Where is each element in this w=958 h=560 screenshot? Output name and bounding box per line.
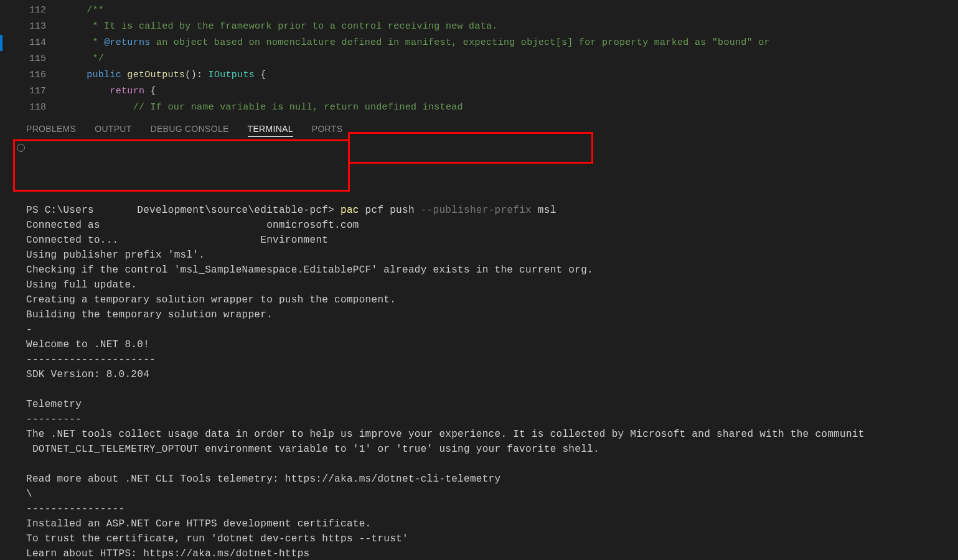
code-line[interactable]: * It is called by the framework prior to… [63, 19, 958, 35]
line-number: 116 [0, 67, 63, 83]
code-line[interactable]: /** [63, 2, 958, 19]
line-number-gutter: 112113114115116117118 [0, 0, 63, 116]
tab-terminal[interactable]: TERMINAL [248, 124, 293, 137]
annotation-box-1 [13, 139, 350, 192]
terminal-output-body: Using publisher prefix 'msl'. Checking i… [26, 250, 865, 559]
code-line[interactable]: */ [63, 51, 958, 67]
tab-problems[interactable]: PROBLEMS [26, 124, 76, 137]
terminal-cmd-arg: msl [532, 205, 556, 216]
code-content[interactable]: /** * It is called by the framework prio… [63, 0, 958, 116]
terminal-line-connected-as: Connected as onmicrosoft.com [26, 220, 359, 231]
tab-output[interactable]: OUTPUT [95, 124, 131, 137]
code-line[interactable]: public getOutputs(): IOutputs { [63, 67, 958, 83]
terminal-line-connected-to: Connected to... Environment [26, 235, 328, 246]
line-number: 114 [0, 35, 63, 51]
line-number: 112 [0, 2, 63, 19]
tab-ports[interactable]: PORTS [312, 124, 342, 137]
code-line[interactable]: return { [63, 83, 958, 100]
terminal-cmd-pac: pac [340, 205, 359, 216]
code-line[interactable]: * @returns an object based on nomenclatu… [63, 35, 958, 51]
shell-indicator-icon [17, 144, 25, 152]
terminal-panel[interactable]: PS C:\Users Development\source\editable-… [0, 141, 958, 560]
terminal-prompt: PS C:\Users Development\source\editable-… [26, 205, 340, 216]
line-number: 118 [0, 100, 63, 116]
code-editor[interactable]: 112113114115116117118 /** * It is called… [0, 0, 958, 116]
active-line-indicator [0, 35, 2, 51]
code-line[interactable]: // If our name variable is null, return … [63, 100, 958, 116]
line-number: 117 [0, 83, 63, 100]
terminal-cmd-flag: --publisher-prefix [421, 205, 532, 216]
line-number: 113 [0, 19, 63, 35]
terminal-cmd-rest: pcf push [359, 205, 421, 216]
line-number: 115 [0, 51, 63, 67]
panel-tab-bar: PROBLEMS OUTPUT DEBUG CONSOLE TERMINAL P… [0, 116, 958, 141]
tab-debug-console[interactable]: DEBUG CONSOLE [151, 124, 229, 137]
